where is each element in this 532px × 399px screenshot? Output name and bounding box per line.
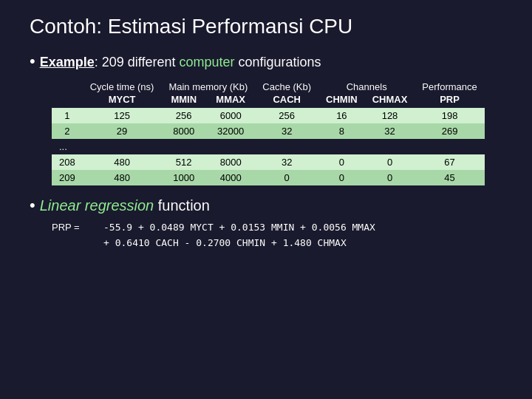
bullet-icon: • xyxy=(30,53,35,69)
cell-row2-chmax: 32 xyxy=(365,123,415,139)
linear-green-text: Linear regression xyxy=(40,197,154,214)
cell-row2-chmin: 8 xyxy=(318,123,365,139)
table-row: 2 29 8000 32000 32 8 32 269 xyxy=(52,123,485,139)
formula-row: PRP = -55.9 + 0.0489 MYCT + 0.0153 MMIN … xyxy=(52,220,510,251)
cell-row1-num: 1 xyxy=(52,108,83,123)
cell-ellipsis: ... xyxy=(52,139,485,154)
th-mainmemory: Main memory (Kb) xyxy=(161,79,255,93)
example-colon-text: : 209 different xyxy=(95,55,180,69)
cell-row208-mmin: 512 xyxy=(161,154,206,170)
cell-row209-cach: 0 xyxy=(255,170,318,185)
cell-row208-myct: 480 xyxy=(83,154,162,170)
cell-row209-mmax: 4000 xyxy=(206,170,255,185)
th-sub-rownum xyxy=(52,93,83,108)
cell-row208-cach: 32 xyxy=(255,154,318,170)
cell-row209-myct: 480 xyxy=(83,170,162,185)
cell-row1-prp: 198 xyxy=(415,108,484,123)
table-row: 208 480 512 8000 32 0 0 67 xyxy=(52,154,485,170)
cell-row2-mmin: 8000 xyxy=(161,123,206,139)
table-row: 1 125 256 6000 256 16 128 198 xyxy=(52,108,485,123)
th-mmin: MMIN xyxy=(161,93,206,108)
cell-row2-cach: 32 xyxy=(255,123,318,139)
cell-row209-prp: 45 xyxy=(415,170,484,185)
page: Contoh: Estimasi Performansi CPU • Examp… xyxy=(0,0,532,399)
example-label: Example: 209 different computer configur… xyxy=(40,55,321,70)
table-row-ellipsis: ... xyxy=(52,139,485,154)
th-cache: Cache (Kb) xyxy=(255,79,318,93)
th-prp: PRP xyxy=(415,93,484,108)
formula-line2: + 0.6410 CACH - 0.2700 CHMIN + 1.480 CHM… xyxy=(103,236,375,251)
th-cach: CACH xyxy=(255,93,318,108)
cell-row209-chmin: 0 xyxy=(318,170,365,185)
cell-row1-cach: 256 xyxy=(255,108,318,123)
th-performance: Performance xyxy=(415,79,484,93)
cell-row209-mmin: 1000 xyxy=(161,170,206,185)
cell-row209-num: 209 xyxy=(52,170,83,185)
linear-normal-text: function xyxy=(154,197,210,214)
th-cycletime: Cycle time (ns) xyxy=(83,79,162,93)
cell-row208-mmax: 8000 xyxy=(206,154,255,170)
cell-row1-chmin: 16 xyxy=(318,108,365,123)
cell-row208-num: 208 xyxy=(52,154,83,170)
th-chmin: CHMIN xyxy=(318,93,365,108)
data-table: Cycle time (ns) Main memory (Kb) Cache (… xyxy=(52,79,485,185)
computer-text: computer xyxy=(180,55,235,69)
cell-row2-num: 2 xyxy=(52,123,83,139)
cell-row209-chmax: 0 xyxy=(365,170,415,185)
cell-row1-myct: 125 xyxy=(83,108,162,123)
table-header-sub: MYCT MMIN MMAX CACH CHMIN CHMAX PRP xyxy=(52,93,485,108)
page-title: Contoh: Estimasi Performansi CPU xyxy=(22,15,510,38)
formula-line1: -55.9 + 0.0489 MYCT + 0.0153 MMIN + 0.00… xyxy=(103,220,375,236)
example-line: • Example: 209 different computer config… xyxy=(30,53,510,70)
table-row: 209 480 1000 4000 0 0 0 45 xyxy=(52,170,485,185)
th-channels: Channels xyxy=(318,79,415,93)
cell-row2-prp: 269 xyxy=(415,123,484,139)
formula-content: -55.9 + 0.0489 MYCT + 0.0153 MMIN + 0.00… xyxy=(103,220,375,251)
configurations-text: configurations xyxy=(235,55,321,69)
linear-text: Linear regression function xyxy=(40,197,210,214)
cell-row208-prp: 67 xyxy=(415,154,484,170)
th-chmax: CHMAX xyxy=(365,93,415,108)
cell-row1-mmax: 6000 xyxy=(206,108,255,123)
linear-line: • Linear regression function xyxy=(30,197,510,214)
cell-row1-chmax: 128 xyxy=(365,108,415,123)
cell-row1-mmin: 256 xyxy=(161,108,206,123)
cell-row208-chmax: 0 xyxy=(365,154,415,170)
cell-row208-chmin: 0 xyxy=(318,154,365,170)
cell-row2-myct: 29 xyxy=(83,123,162,139)
formula-section: PRP = -55.9 + 0.0489 MYCT + 0.0153 MMIN … xyxy=(52,220,510,251)
linear-section: • Linear regression function PRP = -55.9… xyxy=(22,197,510,251)
formula-label: PRP = xyxy=(52,220,96,251)
example-section: • Example: 209 different computer config… xyxy=(22,53,510,185)
cell-row2-mmax: 32000 xyxy=(206,123,255,139)
example-bold-text: Example xyxy=(40,55,95,69)
table-header-top: Cycle time (ns) Main memory (Kb) Cache (… xyxy=(52,79,485,93)
bullet-icon-2: • xyxy=(30,197,35,214)
th-rownum xyxy=(52,79,83,93)
th-myct: MYCT xyxy=(83,93,162,108)
th-mmax: MMAX xyxy=(206,93,255,108)
data-table-container: Cycle time (ns) Main memory (Kb) Cache (… xyxy=(52,79,510,185)
